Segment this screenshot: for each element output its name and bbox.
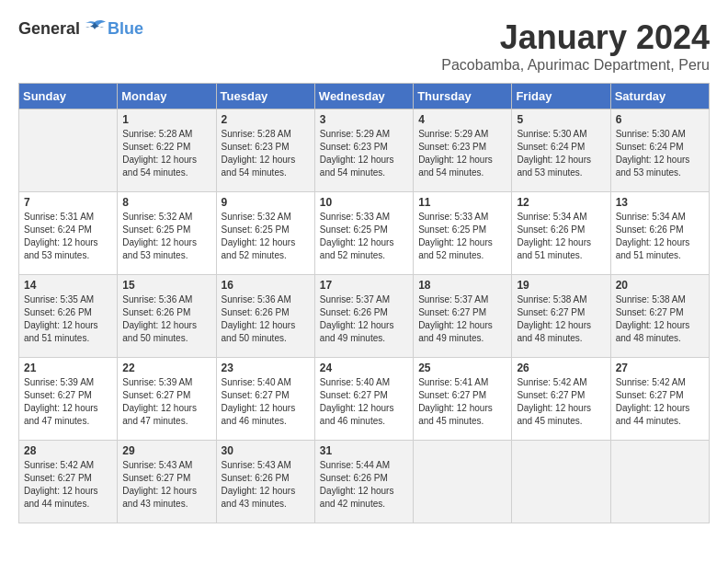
page-header: General Blue January 2024 Pacobamba, Apu… <box>18 18 710 74</box>
calendar-cell <box>610 441 709 523</box>
day-number: 21 <box>24 362 112 374</box>
logo-bird-icon <box>82 18 108 39</box>
month-title: January 2024 <box>441 18 710 57</box>
weekday-header: Thursday <box>414 84 512 109</box>
calendar-cell: 12Sunrise: 5:34 AM Sunset: 6:26 PM Dayli… <box>512 192 610 275</box>
location-title: Pacobamba, Apurimac Department, Peru <box>441 57 710 74</box>
day-info: Sunrise: 5:39 AM Sunset: 6:27 PM Dayligh… <box>24 376 112 428</box>
day-info: Sunrise: 5:28 AM Sunset: 6:23 PM Dayligh… <box>222 128 310 179</box>
calendar-cell: 3Sunrise: 5:29 AM Sunset: 6:23 PM Daylig… <box>314 109 413 192</box>
day-info: Sunrise: 5:28 AM Sunset: 6:22 PM Dayligh… <box>122 128 210 179</box>
day-info: Sunrise: 5:33 AM Sunset: 6:25 PM Dayligh… <box>418 211 506 262</box>
calendar-week-row: 21Sunrise: 5:39 AM Sunset: 6:27 PM Dayli… <box>19 358 710 441</box>
day-info: Sunrise: 5:29 AM Sunset: 6:23 PM Dayligh… <box>418 128 506 179</box>
day-info: Sunrise: 5:41 AM Sunset: 6:27 PM Dayligh… <box>418 376 506 428</box>
day-info: Sunrise: 5:30 AM Sunset: 6:24 PM Dayligh… <box>616 128 704 179</box>
calendar-cell <box>512 441 610 523</box>
calendar-cell: 1Sunrise: 5:28 AM Sunset: 6:22 PM Daylig… <box>118 109 216 192</box>
calendar-week-row: 1Sunrise: 5:28 AM Sunset: 6:22 PM Daylig… <box>19 109 710 192</box>
calendar-cell: 28Sunrise: 5:42 AM Sunset: 6:27 PM Dayli… <box>19 441 118 523</box>
day-number: 24 <box>320 362 408 374</box>
calendar-cell: 27Sunrise: 5:42 AM Sunset: 6:27 PM Dayli… <box>610 358 709 441</box>
day-number: 25 <box>418 362 506 374</box>
day-number: 14 <box>24 279 112 292</box>
day-number: 30 <box>222 444 310 457</box>
calendar-cell: 30Sunrise: 5:43 AM Sunset: 6:26 PM Dayli… <box>216 441 314 523</box>
day-info: Sunrise: 5:36 AM Sunset: 6:26 PM Dayligh… <box>122 293 210 345</box>
calendar-week-row: 28Sunrise: 5:42 AM Sunset: 6:27 PM Dayli… <box>19 441 710 523</box>
weekday-header: Friday <box>512 84 610 109</box>
calendar-cell: 6Sunrise: 5:30 AM Sunset: 6:24 PM Daylig… <box>610 109 709 192</box>
weekday-header: Monday <box>118 84 216 109</box>
day-number: 4 <box>418 113 506 126</box>
day-number: 11 <box>418 196 506 209</box>
day-number: 22 <box>122 362 210 374</box>
day-number: 16 <box>222 279 310 292</box>
calendar-cell: 23Sunrise: 5:40 AM Sunset: 6:27 PM Dayli… <box>216 358 314 441</box>
weekday-header: Tuesday <box>216 84 314 109</box>
logo-general-text: General <box>18 19 80 39</box>
calendar-cell: 9Sunrise: 5:32 AM Sunset: 6:25 PM Daylig… <box>216 192 314 275</box>
calendar-cell: 25Sunrise: 5:41 AM Sunset: 6:27 PM Dayli… <box>414 358 512 441</box>
day-number: 2 <box>222 113 310 126</box>
calendar-cell: 17Sunrise: 5:37 AM Sunset: 6:26 PM Dayli… <box>314 275 413 358</box>
calendar-cell: 4Sunrise: 5:29 AM Sunset: 6:23 PM Daylig… <box>414 109 512 192</box>
day-number: 5 <box>517 113 605 126</box>
day-number: 27 <box>616 362 704 374</box>
day-info: Sunrise: 5:43 AM Sunset: 6:27 PM Dayligh… <box>122 459 210 511</box>
day-info: Sunrise: 5:42 AM Sunset: 6:27 PM Dayligh… <box>24 459 112 511</box>
calendar-cell: 24Sunrise: 5:40 AM Sunset: 6:27 PM Dayli… <box>314 358 413 441</box>
day-number: 26 <box>517 362 605 374</box>
calendar-cell: 2Sunrise: 5:28 AM Sunset: 6:23 PM Daylig… <box>216 109 314 192</box>
weekday-header: Saturday <box>610 84 709 109</box>
calendar-cell: 26Sunrise: 5:42 AM Sunset: 6:27 PM Dayli… <box>512 358 610 441</box>
day-info: Sunrise: 5:29 AM Sunset: 6:23 PM Dayligh… <box>320 128 408 179</box>
calendar-cell: 19Sunrise: 5:38 AM Sunset: 6:27 PM Dayli… <box>512 275 610 358</box>
calendar-week-row: 14Sunrise: 5:35 AM Sunset: 6:26 PM Dayli… <box>19 275 710 358</box>
calendar-week-row: 7Sunrise: 5:31 AM Sunset: 6:24 PM Daylig… <box>19 192 710 275</box>
weekday-header: Sunday <box>19 84 118 109</box>
day-info: Sunrise: 5:38 AM Sunset: 6:27 PM Dayligh… <box>517 293 605 345</box>
day-number: 23 <box>222 362 310 374</box>
day-number: 18 <box>418 279 506 292</box>
day-number: 12 <box>517 196 605 209</box>
calendar-cell: 22Sunrise: 5:39 AM Sunset: 6:27 PM Dayli… <box>118 358 216 441</box>
day-number: 31 <box>320 444 408 457</box>
logo: General Blue <box>18 18 143 39</box>
day-number: 17 <box>320 279 408 292</box>
day-number: 6 <box>616 113 704 126</box>
day-number: 15 <box>122 279 210 292</box>
day-info: Sunrise: 5:38 AM Sunset: 6:27 PM Dayligh… <box>616 293 704 345</box>
day-number: 1 <box>122 113 210 126</box>
day-info: Sunrise: 5:32 AM Sunset: 6:25 PM Dayligh… <box>222 211 310 262</box>
calendar-cell: 5Sunrise: 5:30 AM Sunset: 6:24 PM Daylig… <box>512 109 610 192</box>
calendar-cell: 11Sunrise: 5:33 AM Sunset: 6:25 PM Dayli… <box>414 192 512 275</box>
day-info: Sunrise: 5:34 AM Sunset: 6:26 PM Dayligh… <box>616 211 704 262</box>
day-number: 28 <box>24 444 112 457</box>
day-info: Sunrise: 5:33 AM Sunset: 6:25 PM Dayligh… <box>320 211 408 262</box>
day-info: Sunrise: 5:42 AM Sunset: 6:27 PM Dayligh… <box>616 376 704 428</box>
day-info: Sunrise: 5:32 AM Sunset: 6:25 PM Dayligh… <box>122 211 210 262</box>
logo-blue-text: Blue <box>108 19 143 39</box>
calendar-cell <box>19 109 118 192</box>
day-number: 7 <box>24 196 112 209</box>
day-number: 20 <box>616 279 704 292</box>
day-info: Sunrise: 5:43 AM Sunset: 6:26 PM Dayligh… <box>222 459 310 511</box>
day-info: Sunrise: 5:37 AM Sunset: 6:26 PM Dayligh… <box>320 293 408 345</box>
day-number: 19 <box>517 279 605 292</box>
day-info: Sunrise: 5:34 AM Sunset: 6:26 PM Dayligh… <box>517 211 605 262</box>
day-number: 3 <box>320 113 408 126</box>
weekday-header: Wednesday <box>314 84 413 109</box>
day-info: Sunrise: 5:36 AM Sunset: 6:26 PM Dayligh… <box>222 293 310 345</box>
day-info: Sunrise: 5:40 AM Sunset: 6:27 PM Dayligh… <box>222 376 310 428</box>
day-info: Sunrise: 5:35 AM Sunset: 6:26 PM Dayligh… <box>24 293 112 345</box>
calendar-cell: 14Sunrise: 5:35 AM Sunset: 6:26 PM Dayli… <box>19 275 118 358</box>
day-info: Sunrise: 5:37 AM Sunset: 6:27 PM Dayligh… <box>418 293 506 345</box>
calendar-cell: 8Sunrise: 5:32 AM Sunset: 6:25 PM Daylig… <box>118 192 216 275</box>
calendar-cell: 7Sunrise: 5:31 AM Sunset: 6:24 PM Daylig… <box>19 192 118 275</box>
day-info: Sunrise: 5:30 AM Sunset: 6:24 PM Dayligh… <box>517 128 605 179</box>
day-info: Sunrise: 5:31 AM Sunset: 6:24 PM Dayligh… <box>24 211 112 262</box>
calendar-cell: 31Sunrise: 5:44 AM Sunset: 6:26 PM Dayli… <box>314 441 413 523</box>
day-number: 9 <box>222 196 310 209</box>
calendar-cell: 15Sunrise: 5:36 AM Sunset: 6:26 PM Dayli… <box>118 275 216 358</box>
